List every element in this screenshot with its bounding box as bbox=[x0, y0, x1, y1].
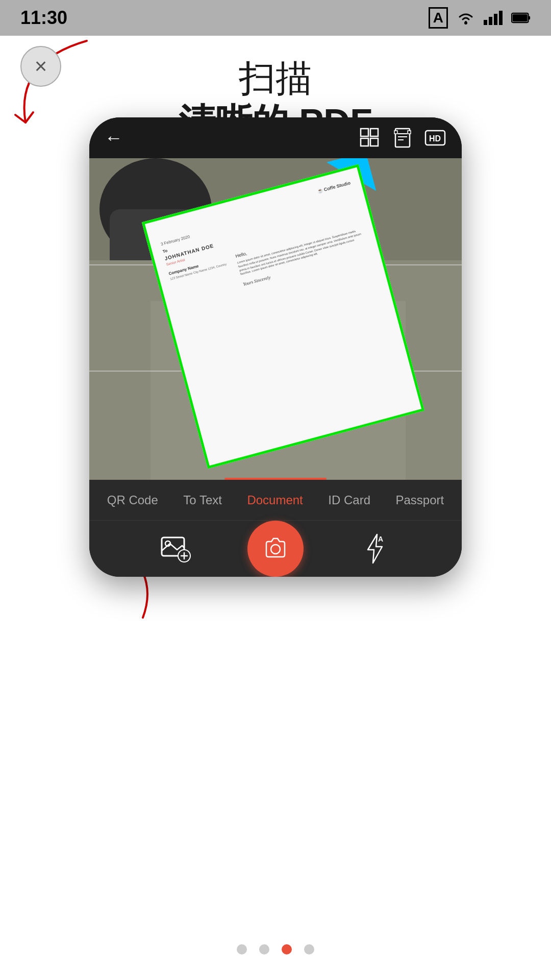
svg-rect-3 bbox=[494, 14, 497, 25]
hd-icon[interactable]: HD bbox=[424, 127, 446, 149]
capture-button[interactable] bbox=[247, 521, 304, 577]
close-icon: × bbox=[35, 56, 47, 77]
svg-rect-8 bbox=[361, 129, 368, 136]
scan-tabs: QR Code To Text Document ID Card Passpor… bbox=[89, 480, 462, 521]
svg-rect-1 bbox=[484, 20, 487, 25]
dot-2[interactable] bbox=[259, 944, 269, 954]
status-time: 11:30 bbox=[20, 7, 67, 29]
svg-text:A: A bbox=[378, 535, 383, 543]
svg-text:HD: HD bbox=[429, 134, 441, 143]
svg-rect-4 bbox=[499, 11, 503, 25]
svg-rect-11 bbox=[370, 138, 378, 146]
scan-indicator bbox=[224, 478, 327, 480]
tab-passport[interactable]: Passport bbox=[389, 489, 450, 511]
tab-id-card[interactable]: ID Card bbox=[322, 489, 377, 511]
title-line1: 扫描 bbox=[20, 56, 531, 100]
phone-topbar: ← bbox=[89, 117, 462, 158]
gallery-button[interactable] bbox=[156, 528, 196, 569]
svg-rect-6 bbox=[528, 16, 530, 19]
status-bar: 11:30 A bbox=[0, 0, 551, 36]
signal-icon bbox=[484, 11, 503, 25]
dot-1[interactable] bbox=[237, 944, 247, 954]
keyboard-icon: A bbox=[429, 7, 448, 29]
svg-rect-16 bbox=[394, 131, 397, 134]
tab-document[interactable]: Document bbox=[241, 489, 309, 511]
svg-rect-10 bbox=[361, 138, 368, 146]
svg-point-31 bbox=[271, 545, 280, 554]
phone-top-icons: HD bbox=[359, 127, 446, 149]
svg-rect-9 bbox=[370, 129, 378, 136]
wifi-icon bbox=[456, 11, 475, 25]
phone-mockup: ← bbox=[89, 117, 462, 577]
scan-bottom: QR Code To Text Document ID Card Passpor… bbox=[89, 480, 462, 577]
tab-qr-code[interactable]: QR Code bbox=[101, 489, 164, 511]
pagination-dots bbox=[237, 944, 314, 954]
scan-controls: A bbox=[89, 521, 462, 577]
svg-point-0 bbox=[464, 21, 467, 24]
dot-3[interactable] bbox=[282, 944, 292, 954]
back-button[interactable]: ← bbox=[105, 127, 123, 149]
grid-icon[interactable] bbox=[359, 127, 381, 149]
svg-rect-7 bbox=[513, 14, 528, 21]
tab-to-text[interactable]: To Text bbox=[177, 489, 228, 511]
svg-rect-17 bbox=[408, 131, 411, 134]
status-icons: A bbox=[429, 7, 531, 29]
flash-button[interactable]: A bbox=[355, 528, 395, 569]
dot-4[interactable] bbox=[304, 944, 314, 954]
scan-doc-icon[interactable] bbox=[391, 127, 414, 149]
doc-logo-area bbox=[157, 231, 159, 237]
close-button[interactable]: × bbox=[20, 46, 61, 87]
battery-icon bbox=[511, 11, 531, 25]
camera-view: ☕ Coffe Studio 3 February 2020 To JOHNAT… bbox=[89, 158, 462, 480]
svg-rect-2 bbox=[489, 17, 492, 25]
